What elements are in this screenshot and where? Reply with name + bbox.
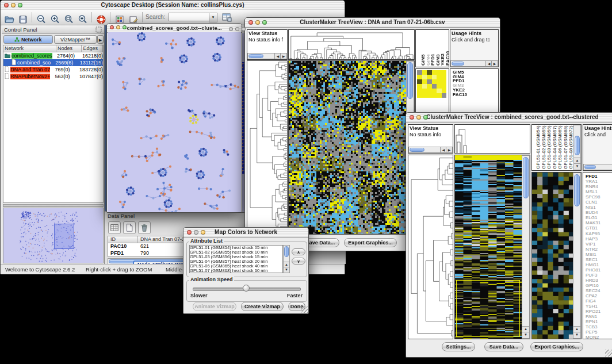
close-icon[interactable] — [410, 115, 414, 120]
zoom-window-icon[interactable] — [18, 3, 22, 7]
delete-icon[interactable] — [138, 221, 151, 234]
tv2-heatmap-vscrollbar[interactable]: ▲ ▼ — [522, 155, 530, 339]
matrix-cell — [432, 84, 437, 89]
tv2-zoom-vscrollbar[interactable]: ▲ ▼ — [573, 173, 581, 339]
table-icon[interactable] — [108, 221, 121, 234]
tv1-button-export-graphics-[interactable]: Export Graphics... — [344, 238, 397, 247]
network-tree-row[interactable]: DNA and Tran 07769(0)183728(0) — [3, 66, 103, 73]
tv2-hints-scrollbar[interactable]: ◀ ▶ — [583, 164, 612, 170]
treeview1-title: ClusterMaker TreeView : DNA and Tran 07-… — [253, 19, 492, 25]
tv2-button-export-graphics-[interactable]: Export Graphics... — [530, 342, 583, 351]
network-name-cell[interactable]: combined_scores — [3, 53, 56, 59]
scroll-down-icon[interactable]: ▼ — [573, 332, 580, 338]
zoom-fit-icon[interactable] — [64, 12, 74, 22]
minimize-icon[interactable] — [235, 27, 239, 31]
tv2-status-scrollbar[interactable]: ◀ ▶ — [408, 147, 453, 153]
new-doc-icon[interactable] — [123, 221, 136, 234]
close-icon[interactable] — [110, 25, 114, 29]
status-pan-hint: Middle- — [166, 266, 183, 273]
tv1-hints-scrollbar[interactable]: ◀ ▶ — [450, 60, 498, 67]
network-name-cell[interactable]: combined_sco — [3, 59, 54, 66]
network-tree-row[interactable]: RNAPuberNov2+563(0)107847(0) — [3, 73, 103, 80]
move-down-button[interactable]: ∨ — [292, 258, 305, 265]
zoom-out-icon[interactable] — [36, 12, 47, 22]
network-window-titlebar[interactable]: combined_scores_good.txt--cluste... — [107, 24, 242, 33]
column-header[interactable]: Nodes — [56, 45, 82, 52]
column-header[interactable]: Edges — [82, 45, 103, 52]
tv2-button-settings-[interactable]: Settings... — [442, 342, 475, 351]
tv2-labels-vscrollbar[interactable]: ▲ ▼ — [573, 125, 581, 170]
window-controls[interactable] — [4, 3, 22, 7]
tv1-row-dendrogram[interactable] — [247, 60, 288, 235]
tab-overflow-arrow[interactable]: ▶ — [97, 35, 104, 44]
scroll-right-icon[interactable]: ▶ — [280, 53, 286, 59]
zoom-window-icon[interactable] — [242, 27, 246, 31]
float-panel-icon[interactable] — [95, 26, 102, 33]
scroll-right-icon[interactable]: ▶ — [446, 147, 452, 152]
minimize-icon[interactable] — [255, 20, 260, 25]
open-file-icon[interactable] — [4, 12, 14, 22]
treeview1-titlebar[interactable]: ClusterMaker TreeView : DNA and Tran 07-… — [245, 18, 500, 28]
minimize-icon[interactable] — [11, 3, 16, 7]
attribute-list-vscrollbar[interactable]: ▲ ▼ — [283, 245, 290, 273]
network-tree-row[interactable]: combined_scores2764(0)16218(0) — [3, 52, 103, 59]
zoom-window-icon[interactable] — [201, 230, 205, 235]
search-input[interactable] — [169, 13, 210, 21]
dialog-titlebar[interactable]: Map Colors to Network — [183, 228, 308, 237]
save-icon[interactable] — [18, 12, 28, 22]
resize-grip[interactable] — [301, 306, 308, 313]
tab-vizmapper[interactable]: VizMapper™ — [54, 35, 97, 44]
zoom-window-icon[interactable] — [262, 20, 267, 25]
network-canvas[interactable] — [108, 32, 241, 212]
scroll-down-icon[interactable]: ▼ — [522, 332, 529, 338]
treeview2-titlebar[interactable]: ClusterMaker TreeView : combined_scores_… — [406, 113, 612, 122]
search-dropdown-button[interactable]: ▼ — [209, 13, 217, 22]
close-icon[interactable] — [187, 230, 192, 235]
tv1-status-scrollbar[interactable]: ◀ ▶ — [247, 53, 287, 59]
tv2-button-save-data-[interactable]: Save Data... — [484, 342, 523, 351]
scroll-down-icon[interactable]: ▼ — [574, 163, 580, 170]
zoom-window-icon[interactable] — [423, 115, 428, 120]
column-header[interactable]: ID — [108, 236, 138, 243]
attribute-listbox[interactable]: GPL51-01 (GSM854) heat shock 05 minGPL51… — [189, 245, 283, 273]
matrix-cell — [432, 89, 437, 93]
overview-viewport-rect[interactable] — [54, 224, 74, 249]
close-icon[interactable] — [229, 27, 233, 31]
gene-label: CPA2 — [586, 293, 612, 298]
resize-grip[interactable] — [605, 350, 612, 357]
scroll-right-icon[interactable]: ▶ — [491, 61, 498, 66]
zoom-in-icon[interactable] — [50, 12, 60, 22]
speed-slider-thumb[interactable] — [243, 285, 250, 292]
close-icon[interactable] — [248, 20, 253, 25]
attribute-list-item[interactable]: GPL51-07 (GSM868) heat shock 60 min — [190, 269, 282, 273]
network-tree-row[interactable]: combined_sco2569(6)13112(15) — [3, 59, 103, 66]
dialog-button-animate-vizmap[interactable]: Animate Vizmap — [193, 302, 236, 311]
network-name-cell[interactable]: DNA and Tran 07 — [3, 66, 54, 73]
minimize-icon[interactable] — [116, 25, 120, 29]
zoom-window-icon[interactable] — [123, 25, 127, 29]
minimize-icon[interactable] — [416, 115, 421, 120]
matrix-cell — [427, 79, 432, 84]
help-ring-icon[interactable] — [96, 12, 106, 22]
tv2-column-dendrogram[interactable] — [454, 124, 530, 154]
zoom-selected-icon[interactable] — [78, 12, 88, 22]
main-titlebar[interactable]: Cytoscape Desktop (Session Name: collins… — [1, 1, 345, 10]
tv1-column-dendrogram[interactable] — [288, 29, 415, 60]
tree-file-icon — [5, 66, 9, 73]
panel-grid-icon[interactable] — [114, 12, 125, 22]
move-up-button[interactable]: ∧ — [292, 248, 305, 255]
tv2-heatmap[interactable]: ▲ ▼ — [454, 155, 530, 339]
tab-network[interactable]: Network — [3, 35, 53, 44]
panel-divider[interactable] — [3, 204, 104, 207]
tv2-zoom-heatmap[interactable]: ▲ ▼ — [531, 172, 582, 339]
close-icon[interactable] — [4, 3, 9, 7]
tv1-heatmap[interactable]: ▲ ▼ — [288, 60, 415, 235]
annotation-icon[interactable] — [128, 12, 139, 22]
minimize-icon[interactable] — [194, 230, 198, 235]
dialog-button-create-vizmap[interactable]: Create Vizmap — [241, 302, 284, 311]
network-name-cell[interactable]: RNAPuberNov2+ — [3, 73, 54, 80]
scroll-down-icon[interactable]: ▼ — [284, 267, 289, 273]
column-header[interactable]: Network — [3, 45, 56, 52]
tv2-row-dendrogram[interactable] — [408, 155, 453, 339]
network-overview[interactable] — [3, 208, 104, 263]
